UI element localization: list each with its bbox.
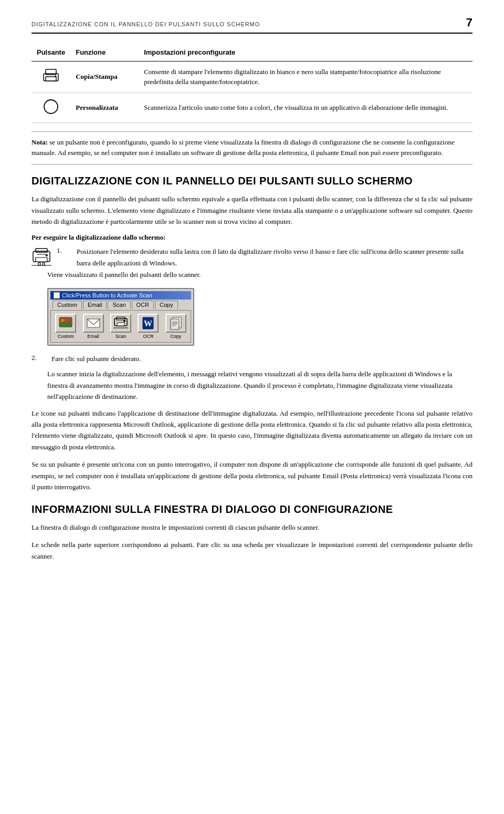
page: Digitalizzazione con il pannello dei pul… bbox=[0, 0, 504, 814]
svg-text:W: W bbox=[144, 319, 152, 328]
circle-icon-cell bbox=[32, 92, 70, 122]
scanner-panel-titlebar: Click/Press Button to Activate Scan bbox=[50, 291, 191, 300]
section2-para1: La finestra di dialogo di configurazione… bbox=[32, 522, 472, 533]
step1-subnote: Viene visualizzato il pannello dei pulsa… bbox=[47, 269, 472, 280]
step1-content: 1. Posizionare l'elemento desiderato sul… bbox=[57, 246, 472, 269]
svg-point-3 bbox=[55, 76, 57, 77]
scan-btn-copy-label: Copy bbox=[170, 334, 181, 339]
step2-text: Fare clic sul pulsante desiderato. bbox=[51, 353, 472, 364]
step1-num: 1. bbox=[57, 246, 72, 255]
step1-row: 1. Posizionare l'elemento desiderato sul… bbox=[32, 246, 472, 269]
step2-num: 2. bbox=[32, 353, 47, 362]
copia-stampa-label: Copia/Stampa bbox=[70, 61, 139, 92]
svg-rect-7 bbox=[36, 257, 47, 262]
section1-heading: Digitalizzazione con il pannello dei pul… bbox=[32, 175, 472, 187]
page-header: Digitalizzazione con il pannello dei pul… bbox=[32, 16, 472, 34]
scanner-tabs: Custom Email Scan OCR Copy bbox=[50, 301, 191, 309]
function-table: Pulsante Funzione Impostazioni preconfig… bbox=[32, 44, 472, 123]
section1-para3: Le icone sui pulsanti indicano l'applica… bbox=[32, 408, 472, 453]
table-row: Personalizzata Scannerizza l'articolo us… bbox=[32, 92, 472, 122]
tab-copy[interactable]: Copy bbox=[155, 301, 178, 309]
scan-btn-scan-icon bbox=[110, 314, 131, 333]
note-box: Nota: se un pulsante non è preconfigurat… bbox=[32, 131, 472, 165]
header-title: Digitalizzazione con il pannello dei pul… bbox=[32, 21, 260, 27]
section1-para1: La digitalizzazione con il pannello dei … bbox=[32, 193, 472, 227]
note-label: Nota: bbox=[32, 138, 48, 146]
scan-btn-ocr-icon: W bbox=[138, 314, 159, 333]
step1-text: Posizionare l'elemento desiderato sulla … bbox=[77, 246, 472, 269]
svg-rect-25 bbox=[171, 319, 179, 329]
tab-scan[interactable]: Scan bbox=[108, 301, 130, 309]
personalizzata-label: Personalizzata bbox=[70, 92, 139, 122]
scan-btn-scan[interactable]: Scan bbox=[109, 314, 132, 339]
step2-row: 2. Fare clic sul pulsante desiderato. bbox=[32, 353, 472, 364]
copia-stampa-desc: Consente di stampare l'elemento digitali… bbox=[139, 61, 472, 92]
printer-icon bbox=[41, 78, 60, 86]
tab-custom[interactable]: Custom bbox=[52, 301, 82, 309]
svg-point-4 bbox=[44, 100, 58, 114]
personalizzata-desc: Scannerizza l'articolo usato come foto a… bbox=[139, 92, 472, 122]
section2-heading: Informazioni sulla finestra di dialogo d… bbox=[32, 503, 472, 516]
header-page-number: 7 bbox=[466, 16, 472, 29]
col-funzione-header: Funzione bbox=[70, 44, 139, 61]
svg-rect-19 bbox=[117, 323, 124, 326]
scan-btn-custom-label: Custom bbox=[58, 334, 74, 339]
scanner-buttons-area: Custom Email bbox=[50, 310, 191, 343]
scan-btn-custom-icon bbox=[55, 314, 76, 333]
scanner-panel: Click/Press Button to Activate Scan Cust… bbox=[47, 288, 194, 346]
col-pulsante-header: Pulsante bbox=[32, 44, 70, 61]
section2-para2: Le schede nella parte superiore corrispo… bbox=[32, 539, 472, 562]
circle-icon bbox=[43, 109, 59, 117]
svg-rect-10 bbox=[38, 263, 40, 265]
svg-rect-6 bbox=[36, 249, 47, 252]
scan-btn-scan-label: Scan bbox=[116, 334, 127, 339]
scan-btn-custom[interactable]: Custom bbox=[54, 314, 77, 339]
printer-icon-cell bbox=[32, 61, 70, 92]
scan-btn-email-icon bbox=[83, 314, 104, 333]
svg-rect-2 bbox=[46, 77, 56, 81]
section1-para-heading: Per eseguire la digitalizzazione dallo s… bbox=[32, 233, 472, 242]
scan-btn-email-label: Email bbox=[87, 334, 99, 339]
scan-btn-copy-icon bbox=[165, 314, 186, 333]
scanner-panel-wrapper: Click/Press Button to Activate Scan Cust… bbox=[47, 288, 472, 346]
scan-btn-email[interactable]: Email bbox=[81, 314, 104, 339]
scanner-panel-titlebar-icon bbox=[54, 292, 60, 298]
step2-desc: Lo scanner inizia la digitalizzazione de… bbox=[47, 368, 472, 402]
svg-rect-11 bbox=[43, 263, 45, 265]
col-impostazioni-header: Impostazioni preconfigurate bbox=[139, 44, 472, 61]
svg-rect-16 bbox=[87, 319, 100, 327]
section1-para4: Se su un pulsante è presente un'icona co… bbox=[32, 459, 472, 492]
scan-btn-ocr-label: OCR bbox=[143, 334, 153, 339]
step1-margin-icon bbox=[32, 247, 51, 269]
table-row: Copia/Stampa Consente di stampare l'elem… bbox=[32, 61, 472, 92]
tab-ocr[interactable]: OCR bbox=[132, 301, 154, 309]
scan-btn-copy[interactable]: Copy bbox=[164, 314, 187, 339]
tab-email[interactable]: Email bbox=[83, 301, 107, 309]
scanner-panel-title: Click/Press Button to Activate Scan bbox=[62, 292, 152, 298]
svg-point-20 bbox=[123, 320, 125, 322]
scan-btn-ocr[interactable]: W OCR bbox=[136, 314, 160, 339]
svg-point-9 bbox=[46, 254, 48, 256]
note-text: se un pulsante non è preconfigurato, qua… bbox=[32, 138, 455, 157]
